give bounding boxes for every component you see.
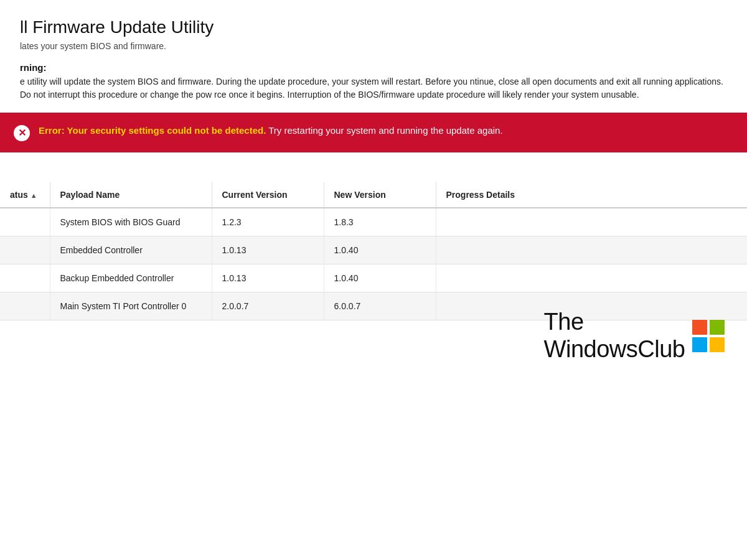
- error-message: Error: Your security settings could not …: [39, 124, 503, 138]
- error-x-symbol: ✕: [18, 128, 26, 138]
- cell-progress: [436, 236, 747, 264]
- col-header-status[interactable]: atus: [0, 182, 50, 208]
- cell-status: [0, 264, 50, 292]
- col-header-current[interactable]: Current Version: [212, 182, 324, 208]
- app-subtitle: lates your system BIOS and firmware.: [20, 41, 727, 51]
- table-header-row: atus Payload Name Current Version New Ve…: [0, 182, 747, 208]
- svg-rect-3: [710, 337, 725, 352]
- cell-new-version: 1.8.3: [324, 208, 436, 236]
- twc-pinwheel-icon: [691, 319, 726, 353]
- cell-progress: [436, 292, 747, 320]
- cell-status: [0, 292, 50, 320]
- svg-rect-0: [692, 320, 707, 335]
- svg-rect-2: [692, 337, 707, 352]
- table-row: Main System TI Port Controller 02.0.0.76…: [0, 292, 747, 320]
- cell-new-version: 6.0.0.7: [324, 292, 436, 320]
- cell-current-version: 1.0.13: [212, 264, 324, 292]
- table-row: Backup Embedded Controller1.0.131.0.40: [0, 264, 747, 292]
- cell-payload: Backup Embedded Controller: [50, 264, 212, 292]
- col-header-progress[interactable]: Progress Details: [436, 182, 747, 208]
- cell-payload: Main System TI Port Controller 0: [50, 292, 212, 320]
- error-banner: ✕ Error: Your security settings could no…: [0, 113, 747, 152]
- cell-current-version: 1.0.13: [212, 236, 324, 264]
- app-title: ll Firmware Update Utility: [20, 17, 727, 37]
- header-section: ll Firmware Update Utility lates your sy…: [0, 0, 747, 101]
- table-row: System BIOS with BIOS Guard1.2.31.8.3: [0, 208, 747, 236]
- warning-text: e utility will update the system BIOS an…: [20, 75, 723, 101]
- svg-rect-1: [710, 320, 725, 335]
- spacer: [0, 152, 747, 182]
- cell-current-version: 2.0.0.7: [212, 292, 324, 320]
- page-container: ll Firmware Update Utility lates your sy…: [0, 0, 747, 560]
- cell-payload: Embedded Controller: [50, 236, 212, 264]
- cell-current-version: 1.2.3: [212, 208, 324, 236]
- warning-label: rning:: [20, 62, 727, 73]
- col-header-new[interactable]: New Version: [324, 182, 436, 208]
- table-row: Embedded Controller1.0.131.0.40: [0, 236, 747, 264]
- cell-new-version: 1.0.40: [324, 264, 436, 292]
- col-header-payload[interactable]: Payload Name: [50, 182, 212, 208]
- error-bold-text: Error: Your security settings could not …: [39, 125, 266, 136]
- table-section: atus Payload Name Current Version New Ve…: [0, 182, 747, 320]
- cell-progress: [436, 264, 747, 292]
- twc-line2: WindowsClub: [544, 336, 685, 363]
- firmware-table: atus Payload Name Current Version New Ve…: [0, 182, 747, 320]
- cell-progress: [436, 208, 747, 236]
- cell-payload: System BIOS with BIOS Guard: [50, 208, 212, 236]
- error-icon: ✕: [14, 125, 30, 141]
- cell-status: [0, 208, 50, 236]
- cell-new-version: 1.0.40: [324, 236, 436, 264]
- cell-status: [0, 236, 50, 264]
- error-normal-text: Try restarting your system and running t…: [268, 125, 502, 136]
